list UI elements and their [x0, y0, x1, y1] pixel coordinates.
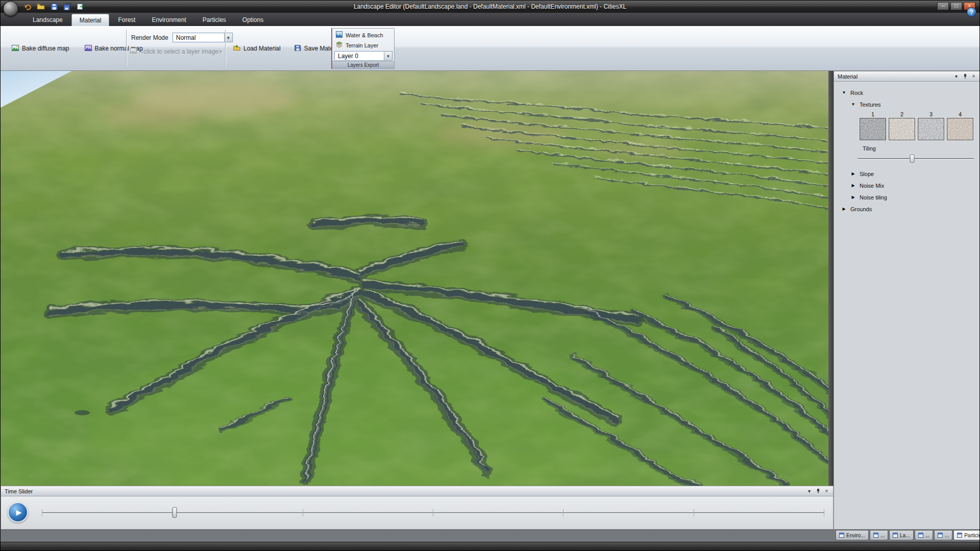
- collapsed-triangle-icon[interactable]: ▶: [850, 195, 856, 199]
- tree-node-noise-tiling[interactable]: ▶ Noise tiling: [834, 191, 980, 203]
- panel-chevron-icon[interactable]: ▾: [805, 487, 814, 495]
- dock-tab-landscape[interactable]: La...: [889, 531, 913, 540]
- time-tick: [694, 509, 694, 516]
- save-material-icon: [294, 44, 301, 53]
- ribbon-separator: [225, 30, 226, 66]
- dock-tab-label: ...: [880, 533, 885, 538]
- texture-thumbnail-4[interactable]: [947, 118, 973, 140]
- time-slider-title: Time Slider: [3, 488, 805, 494]
- time-slider-content: ▶: [1, 496, 833, 529]
- texture-slot-number: 1: [860, 111, 886, 117]
- dock-tab-label: Enviro...: [846, 533, 865, 538]
- tree-node-slope[interactable]: ▶ Slope: [834, 168, 980, 180]
- tab-landscape[interactable]: Landscape: [25, 14, 70, 26]
- time-tick: [42, 509, 42, 516]
- tab-options[interactable]: Options: [235, 14, 271, 26]
- material-file-group: Load Material Save Material: [230, 26, 345, 71]
- dock-tab-particles[interactable]: Particles: [953, 531, 980, 540]
- layers-export-group: Water & Beach Terrain Layer Layer 0 ▾ La…: [331, 28, 395, 69]
- textures-label: Textures: [860, 102, 881, 108]
- texture-thumbnail-2[interactable]: [889, 118, 915, 140]
- panel-pin-icon[interactable]: [961, 72, 969, 80]
- bake-diffuse-icon: [12, 44, 19, 53]
- noise-tiling-label: Noise tiling: [860, 194, 887, 201]
- layer-image-hint-text: <click to select a layer image>: [140, 48, 222, 55]
- load-material-button[interactable]: Load Material: [230, 43, 284, 55]
- time-slider-header[interactable]: Time Slider ▾ ×: [1, 486, 833, 496]
- layer-select-value: Layer 0: [335, 53, 384, 60]
- panel-window-icon: [839, 533, 844, 538]
- texture-thumbnail-3[interactable]: [918, 118, 944, 140]
- tiling-slider-thumb[interactable]: [910, 155, 915, 163]
- maximize-button[interactable]: □: [950, 2, 962, 10]
- tree-node-grounds[interactable]: ▶ Grounds: [834, 203, 980, 215]
- app-orb-button[interactable]: [3, 1, 18, 16]
- time-slider-panel: Time Slider ▾ × ▶: [1, 486, 834, 530]
- material-panel-title: Material: [836, 73, 952, 80]
- app-window: Landscape Editor (DefaultLandscape.land …: [0, 0, 980, 551]
- texture-thumbnails: [860, 118, 980, 140]
- render-mode-row: Render Mode Normal ▾: [131, 33, 233, 42]
- water-beach-button[interactable]: Water & Beach: [334, 30, 385, 40]
- tab-material[interactable]: Material: [71, 14, 110, 26]
- tab-particles[interactable]: Particles: [195, 14, 234, 26]
- texture-thumbnail-1[interactable]: [860, 118, 886, 140]
- window-title: Landscape Editor (DefaultLandscape.land …: [1, 3, 979, 10]
- collapsed-triangle-icon[interactable]: ▶: [850, 171, 856, 176]
- tiling-slider-track[interactable]: [857, 158, 974, 160]
- tiling-label: Tiling: [863, 145, 980, 152]
- layer-image-selector[interactable]: <click to select a layer image>: [130, 47, 222, 56]
- bake-group: Bake diffuse map Bake normal map: [9, 26, 146, 71]
- play-button[interactable]: ▶: [8, 502, 28, 522]
- expanded-triangle-icon[interactable]: ▼: [841, 90, 847, 95]
- play-icon: ▶: [16, 508, 22, 516]
- panel-splitter[interactable]: [828, 71, 834, 486]
- panel-pin-icon[interactable]: [814, 487, 822, 495]
- collapsed-triangle-icon[interactable]: ▶: [850, 183, 856, 188]
- slope-label: Slope: [860, 171, 874, 177]
- panel-window-icon: [938, 533, 943, 538]
- dock-tab-environment[interactable]: Enviro...: [836, 531, 869, 540]
- panel-close-icon[interactable]: ×: [822, 487, 831, 495]
- bake-diffuse-label: Bake diffuse map: [22, 45, 69, 52]
- time-slider-thumb[interactable]: [173, 507, 177, 518]
- render-mode-label: Render Mode: [131, 34, 168, 41]
- panel-chevron-icon[interactable]: ▾: [952, 72, 961, 80]
- dock-tab-4[interactable]: ...: [915, 531, 933, 540]
- render-mode-select[interactable]: Normal ▾: [173, 33, 233, 42]
- help-button[interactable]: ?: [967, 7, 976, 17]
- tiling-slider[interactable]: [857, 154, 974, 164]
- terrain-viewport[interactable]: [1, 71, 828, 486]
- dock-tab-5[interactable]: ...: [934, 531, 952, 540]
- collapsed-triangle-icon[interactable]: ▶: [841, 207, 847, 211]
- terrain-layer-label: Terrain Layer: [346, 42, 378, 48]
- time-slider-track-area[interactable]: [42, 496, 824, 529]
- dock-tabs: Enviro... ... La... ... ... Particles: [836, 531, 980, 540]
- minimize-button[interactable]: ─: [937, 2, 949, 10]
- dock-tab-2[interactable]: ...: [870, 531, 888, 540]
- tab-forest[interactable]: Forest: [110, 14, 143, 26]
- dock-tab-label: ...: [925, 533, 929, 538]
- terrain-layer-button[interactable]: Terrain Layer: [334, 40, 380, 50]
- material-panel: Material ▾ × ▼ Rock ▼ Textures 1 2 3 4: [834, 71, 980, 530]
- menubar: Landscape Material Forest Environment Pa…: [1, 13, 979, 26]
- layer-select[interactable]: Layer 0 ▾: [334, 51, 393, 61]
- water-beach-label: Water & Beach: [346, 32, 383, 38]
- tree-node-textures[interactable]: ▼ Textures: [834, 98, 980, 110]
- tab-environment[interactable]: Environment: [144, 14, 193, 26]
- expanded-triangle-icon[interactable]: ▼: [850, 102, 856, 107]
- material-panel-header[interactable]: Material ▾ ×: [834, 71, 980, 82]
- dock-tab-label: ...: [945, 533, 949, 538]
- panel-window-icon: [957, 533, 962, 538]
- panel-close-icon[interactable]: ×: [969, 72, 978, 80]
- tree-node-rock[interactable]: ▼ Rock: [834, 87, 980, 98]
- dock-strip: Enviro... ... La... ... ... Particles: [1, 530, 979, 542]
- render-mode-value: Normal: [173, 34, 224, 41]
- menu-tabs: Landscape Material Forest Environment Pa…: [25, 14, 271, 26]
- dock-tab-label: La...: [900, 533, 910, 538]
- tree-node-noise-mix[interactable]: ▶ Noise Mix: [834, 180, 980, 191]
- panel-window-icon: [873, 533, 878, 538]
- combo-arrow-icon[interactable]: ▾: [384, 52, 392, 60]
- bake-diffuse-button[interactable]: Bake diffuse map: [9, 43, 72, 55]
- time-tick: [824, 509, 824, 516]
